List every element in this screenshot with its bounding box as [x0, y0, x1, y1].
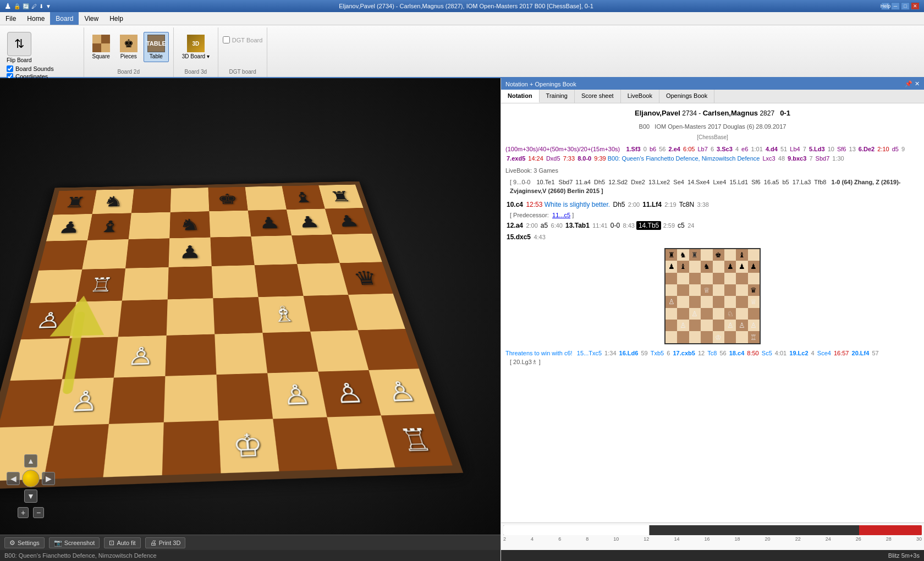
sq-f1[interactable] [273, 417, 337, 471]
move-10-dh5[interactable]: Dh5 [612, 200, 626, 209]
cam-right[interactable]: ▶ [42, 472, 55, 485]
move-4-lb4[interactable]: Lb4 [789, 145, 801, 153]
sq-a6[interactable] [38, 240, 87, 271]
screenshot-button[interactable]: 📷 Screenshot [49, 537, 100, 548]
move-2-lb7[interactable]: Lb7 [697, 145, 709, 153]
move-19-lc2[interactable]: 19.Lc2 [788, 349, 809, 357]
chess-board-grid[interactable]: ♜ ♞ ♚ ♝ ♜ ♟ ♝ ♞ ♟ ♟ ♟ [0, 182, 463, 490]
sq-h5[interactable]: ♛ [340, 262, 393, 295]
sq-f8[interactable] [245, 186, 287, 210]
sq-d5[interactable] [168, 266, 213, 299]
move-14-tb5-highlight[interactable]: 14.Tb5 [636, 221, 661, 230]
move-5-ld3[interactable]: 5.Ld3 [808, 145, 826, 153]
move-2-e4[interactable]: 2.e4 [668, 145, 681, 153]
livebook-sbd7[interactable]: Sbd7 [558, 178, 574, 186]
sq-b5[interactable]: ♖ [76, 268, 126, 302]
move-11-lf4[interactable]: 11.Lf4 [641, 200, 663, 209]
sq-e2[interactable] [217, 373, 273, 420]
tab-livebook[interactable]: LiveBook [621, 90, 659, 103]
print-3d-button[interactable]: 🖨 Print 3D [145, 537, 186, 548]
sq-c2[interactable] [109, 376, 166, 424]
sq-b8[interactable]: ♞ [92, 189, 134, 214]
sq-e4[interactable] [213, 297, 262, 334]
sq-d1[interactable] [162, 421, 221, 475]
pieces-button[interactable]: ♚ Pieces [116, 32, 141, 62]
move-5-sf6[interactable]: Sf6 [836, 145, 848, 153]
sq-b7[interactable]: ♝ [87, 213, 131, 240]
menu-board[interactable]: Board [50, 12, 79, 25]
sq-h7[interactable]: ♟ [325, 208, 372, 234]
sq-e6[interactable] [210, 237, 254, 266]
sq-b3[interactable] [62, 337, 118, 379]
menu-file[interactable]: File [0, 12, 21, 25]
move-20-lf4[interactable]: 20.Lf4 [851, 349, 871, 357]
move-13-tab1[interactable]: 13.Tab1 [564, 221, 591, 230]
predecessor-link[interactable]: 11...c5 [552, 212, 570, 218]
table-button[interactable]: TABLE Table [144, 32, 169, 62]
notation-close-icon[interactable]: ✕ [915, 80, 920, 87]
window-controls[interactable]: Help ─ □ ✕ [881, 2, 920, 10]
tab-openings-book[interactable]: Openings Book [659, 90, 714, 103]
sq-f5[interactable] [255, 264, 304, 297]
move-3-sc3[interactable]: 3.Sc3 [716, 145, 734, 153]
move-16-ld6[interactable]: 16.Ld6 [618, 349, 640, 357]
move-3-e6[interactable]: e6 [740, 145, 749, 153]
sq-e1[interactable]: ♔ [218, 419, 279, 474]
sq-e5[interactable] [212, 265, 258, 298]
close-button[interactable]: ✕ [911, 2, 920, 10]
move-9-sbd7[interactable]: Sbd7 [815, 155, 831, 162]
sq-a4[interactable]: ♙ [21, 302, 76, 340]
sq-f6[interactable] [251, 235, 297, 265]
sq-d6[interactable]: ♟ [169, 238, 212, 267]
move-11-tc8n[interactable]: Tc8N [678, 200, 695, 209]
move-7-exd5[interactable]: 7.exd5 [505, 155, 526, 162]
move-15-dxc5[interactable]: 15.dxc5 [505, 233, 532, 241]
sq-c8[interactable] [131, 189, 171, 213]
sq-a7[interactable]: ♟ [46, 214, 92, 241]
sq-a2[interactable] [0, 379, 62, 427]
move-19-sce4[interactable]: Sce4 [816, 349, 832, 357]
sq-e8[interactable]: ♚ [208, 187, 248, 211]
sq-d2[interactable] [164, 375, 218, 422]
sq-f2[interactable]: ♙ [267, 372, 327, 419]
sq-c3[interactable]: ♙ [114, 336, 167, 378]
sq-a5[interactable] [30, 270, 82, 303]
move-10-c4[interactable]: 10.c4 [505, 200, 524, 209]
sq-e3[interactable] [215, 333, 267, 375]
sq-h6[interactable] [332, 234, 382, 263]
square-button[interactable]: Square [89, 32, 114, 62]
move-8-lxc3[interactable]: Lxc3 [761, 155, 776, 162]
menu-home[interactable]: Home [21, 12, 50, 25]
menu-help[interactable]: Help [104, 12, 129, 25]
move-9-bxc3[interactable]: 9.bxc3 [787, 155, 807, 162]
move-15-txc5[interactable]: 15...Txc5 [576, 349, 603, 357]
move-4-d4[interactable]: 4.d4 [765, 145, 779, 153]
sq-h2[interactable]: ♙ [369, 369, 435, 415]
move-1-b6[interactable]: b6 [648, 145, 657, 153]
sq-h4[interactable] [348, 294, 405, 331]
tab-training[interactable]: Training [540, 90, 575, 103]
board3d-button[interactable]: 3D 3D Board ▾ [178, 32, 213, 62]
sq-b4[interactable] [70, 301, 122, 338]
move-16-txb5[interactable]: Txb5 [650, 349, 665, 357]
sq-g6[interactable] [292, 234, 339, 264]
cam-down[interactable]: ▼ [24, 490, 37, 503]
sq-d7[interactable]: ♞ [169, 211, 210, 238]
cam-ball[interactable] [22, 470, 40, 487]
move-7-dxd5[interactable]: Dxd5 [545, 155, 562, 162]
sq-g7[interactable]: ♟ [287, 209, 332, 236]
menu-view[interactable]: View [79, 12, 104, 25]
sq-d3[interactable] [165, 334, 216, 376]
sq-b2[interactable]: ♙ [53, 378, 113, 426]
settings-button[interactable]: ⚙ Settings [4, 537, 45, 548]
flip-board-button[interactable]: ⇅ [7, 32, 31, 56]
notation-pin-icon[interactable]: 📌 [905, 80, 912, 87]
move-12-a4[interactable]: 12.a4 [505, 221, 524, 230]
sq-c4[interactable] [118, 299, 168, 337]
sq-h3[interactable] [358, 329, 419, 370]
sq-f4[interactable]: ♗ [258, 296, 311, 333]
move-6-de2[interactable]: 6.De2 [857, 145, 876, 153]
restore-button[interactable]: □ [901, 2, 910, 10]
move-13-oo[interactable]: 0-0 [609, 221, 621, 230]
sq-h8[interactable]: ♜ [318, 185, 363, 209]
